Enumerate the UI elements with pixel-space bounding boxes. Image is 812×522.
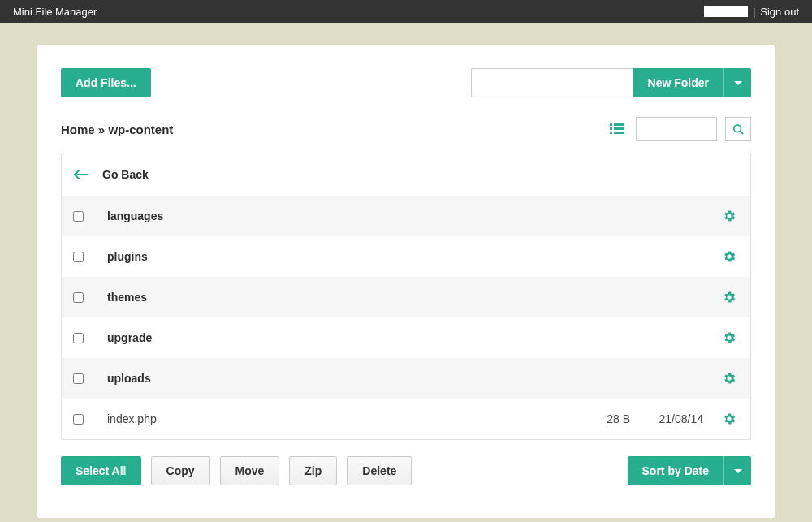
new-folder-button[interactable]: New Folder [633, 68, 723, 97]
row-size: 28 B [590, 412, 630, 425]
gear-icon[interactable] [719, 412, 739, 426]
new-folder-input[interactable] [471, 68, 633, 97]
search-icon [732, 123, 744, 135]
signout-link[interactable]: Sign out [760, 6, 799, 18]
topbar-right: | Sign out [704, 6, 799, 18]
delete-button[interactable]: Delete [347, 456, 412, 485]
gear-icon[interactable] [719, 209, 739, 223]
svg-rect-1 [614, 123, 624, 126]
file-list: Go Back languages plugins themes [61, 153, 751, 440]
search-button[interactable] [725, 117, 751, 141]
row-checkbox[interactable] [73, 211, 84, 222]
svg-rect-4 [610, 132, 612, 134]
sort-dropdown-toggle[interactable] [723, 456, 751, 485]
svg-rect-3 [614, 127, 624, 130]
new-folder-dropdown-toggle[interactable] [723, 68, 751, 97]
right-actions: Sort by Date [628, 456, 751, 485]
go-back-label: Go Back [102, 168, 149, 181]
breadcrumb-sep: » [98, 123, 105, 136]
row-checkbox[interactable] [73, 414, 84, 425]
folder-name[interactable]: plugins [107, 250, 573, 263]
add-files-button[interactable]: Add Files... [61, 68, 151, 97]
folder-name[interactable]: languages [107, 209, 573, 222]
user-field[interactable] [704, 6, 748, 17]
topbar: Mini File Manager | Sign out [0, 0, 812, 23]
gear-icon[interactable] [719, 290, 739, 304]
bottom-actions: Select All Copy Move Zip Delete Sort by … [61, 456, 751, 485]
row-checkbox[interactable] [73, 292, 84, 303]
table-row: upgrade [62, 317, 750, 358]
chevron-down-icon [734, 81, 742, 85]
table-row: languages [62, 196, 750, 236]
svg-rect-5 [614, 132, 624, 134]
app-title: Mini File Manager [13, 6, 97, 18]
table-row: themes [62, 277, 750, 317]
breadcrumb: Home » wp-content [61, 123, 173, 136]
gear-icon[interactable] [719, 249, 739, 264]
svg-rect-2 [610, 127, 612, 130]
table-row: uploads [62, 358, 750, 399]
svg-point-6 [734, 125, 741, 132]
sort-button[interactable]: Sort by Date [628, 456, 723, 485]
separator: | [753, 6, 755, 18]
breadcrumb-row: Home » wp-content [61, 117, 751, 141]
folder-name[interactable]: themes [107, 291, 573, 304]
breadcrumb-home[interactable]: Home [61, 123, 95, 136]
go-back-row[interactable]: Go Back [62, 153, 750, 196]
arrow-left-icon [73, 170, 88, 179]
search-group [607, 117, 751, 141]
breadcrumb-current: wp-content [108, 123, 173, 136]
select-all-button[interactable]: Select All [61, 456, 141, 485]
folder-name[interactable]: uploads [107, 372, 573, 385]
gear-icon[interactable] [719, 371, 739, 386]
gear-icon[interactable] [719, 330, 739, 345]
table-row: index.php 28 B 21/08/14 [62, 399, 750, 439]
toolbar-top: Add Files... New Folder [61, 68, 751, 97]
table-row: plugins [62, 236, 750, 277]
file-name[interactable]: index.php [107, 412, 573, 425]
folder-name[interactable]: upgrade [107, 331, 573, 344]
move-button[interactable]: Move [220, 456, 280, 485]
row-checkbox[interactable] [73, 252, 84, 262]
chevron-down-icon [734, 469, 742, 473]
row-checkbox[interactable] [73, 373, 84, 384]
main-panel: Add Files... New Folder Home » wp-conten… [37, 45, 775, 518]
copy-button[interactable]: Copy [151, 456, 210, 485]
svg-line-7 [741, 132, 744, 135]
search-input[interactable] [636, 117, 717, 141]
row-checkbox[interactable] [73, 333, 84, 343]
left-actions: Select All Copy Move Zip Delete [61, 456, 412, 485]
svg-rect-0 [610, 123, 612, 126]
new-folder-group: New Folder [471, 68, 751, 97]
row-date: 21/08/14 [646, 412, 703, 425]
zip-button[interactable]: Zip [289, 456, 337, 485]
list-view-icon[interactable] [607, 120, 628, 138]
